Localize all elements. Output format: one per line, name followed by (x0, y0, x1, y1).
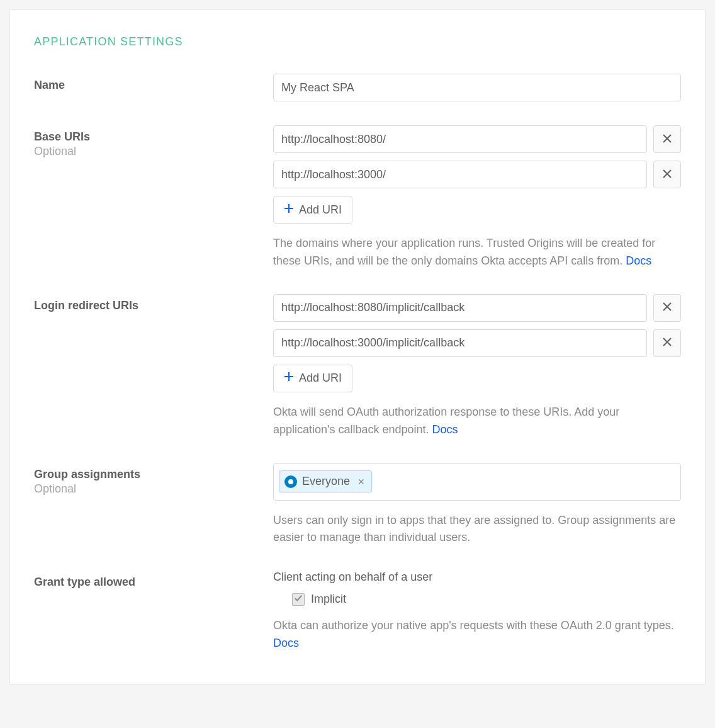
chip-remove-icon[interactable]: ✕ (358, 477, 365, 487)
group-assignments-row: Group assignments Optional Everyone ✕ Us… (34, 463, 681, 547)
group-assignments-helper: Users can only sign in to apps that they… (273, 512, 681, 547)
base-uri-row (273, 125, 681, 153)
grant-type-label: Grant type allowed (34, 576, 273, 589)
base-uri-row (273, 161, 681, 188)
remove-uri-button[interactable] (653, 125, 681, 153)
application-settings-panel: APPLICATION SETTINGS Name Base URIs Opti… (9, 9, 706, 685)
close-icon (662, 134, 672, 145)
login-redirect-uri-row (273, 329, 681, 357)
close-icon (662, 302, 672, 314)
login-redirect-uri-row (273, 294, 681, 322)
section-title: APPLICATION SETTINGS (34, 35, 681, 48)
docs-link[interactable]: Docs (432, 423, 458, 436)
name-row: Name (34, 74, 681, 101)
login-redirect-row: Login redirect URIs (34, 294, 681, 439)
base-uri-input[interactable] (273, 161, 647, 188)
login-redirect-input[interactable] (273, 329, 647, 357)
add-login-redirect-button[interactable]: Add URI (273, 365, 352, 392)
grant-type-row: Grant type allowed Client acting on beha… (34, 571, 681, 652)
plus-icon (284, 372, 294, 385)
okta-icon (284, 475, 297, 488)
base-uris-sublabel: Optional (34, 145, 273, 158)
checkmark-icon (294, 593, 303, 606)
grant-type-helper: Okta can authorize your native app's req… (273, 617, 681, 652)
group-chip: Everyone ✕ (279, 470, 372, 492)
remove-uri-button[interactable] (653, 329, 681, 357)
close-icon (662, 337, 672, 349)
group-assignments-input[interactable]: Everyone ✕ (273, 463, 681, 501)
add-uri-label: Add URI (299, 203, 342, 217)
group-assignments-sublabel: Optional (34, 482, 273, 496)
add-uri-label: Add URI (299, 372, 342, 385)
docs-link[interactable]: Docs (273, 637, 299, 649)
implicit-checkbox[interactable] (292, 593, 305, 606)
name-input[interactable] (273, 74, 681, 101)
add-base-uri-button[interactable]: Add URI (273, 196, 352, 224)
login-redirect-input[interactable] (273, 294, 647, 322)
name-label: Name (34, 79, 273, 92)
docs-link[interactable]: Docs (626, 254, 651, 267)
login-redirect-label: Login redirect URIs (34, 299, 273, 312)
base-uris-helper: The domains where your application runs.… (273, 235, 681, 270)
base-uri-input[interactable] (273, 125, 647, 153)
close-icon (662, 169, 672, 181)
remove-uri-button[interactable] (653, 161, 681, 188)
base-uris-row: Base URIs Optional (34, 125, 681, 270)
grant-option-row: Implicit (292, 593, 681, 606)
login-redirect-helper: Okta will send OAuth authorization respo… (273, 404, 681, 439)
remove-uri-button[interactable] (653, 294, 681, 322)
chip-label: Everyone (302, 475, 350, 488)
grant-option-label: Implicit (311, 593, 346, 606)
grant-type-heading: Client acting on behalf of a user (273, 571, 681, 584)
group-assignments-label: Group assignments (34, 468, 273, 481)
base-uris-label: Base URIs (34, 130, 273, 144)
plus-icon (284, 203, 294, 217)
